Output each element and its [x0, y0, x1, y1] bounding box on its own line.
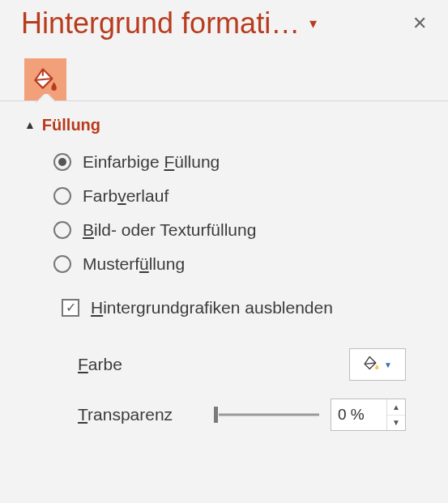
fill-options: Einfarbige Füllung Farbverlauf Bild- ode…: [24, 134, 427, 327]
spinner-buttons: ▲ ▼: [386, 399, 405, 430]
transparency-input[interactable]: [331, 399, 386, 430]
radio-label: Bild- oder Texturfüllung: [83, 220, 256, 240]
radio-solid-fill[interactable]: Einfarbige Füllung: [53, 152, 427, 172]
radio-icon: [53, 153, 71, 171]
radio-label: Einfarbige Füllung: [83, 152, 220, 172]
tab-separator: [0, 100, 448, 101]
transparency-slider[interactable]: [214, 407, 319, 423]
tab-notch: [36, 94, 55, 104]
color-label: Farbe: [78, 355, 122, 374]
radio-label: Farbverlauf: [83, 186, 169, 206]
checkbox-hide-background-graphics[interactable]: Hintergrundgrafiken ausblenden: [53, 292, 427, 324]
format-background-pane: Hintergrund formati… ▾ ✕ ▲ Fü: [0, 0, 448, 503]
collapse-arrow-icon: ▲: [24, 118, 36, 131]
fill-color-icon: [363, 354, 381, 376]
transparency-spinner: ▲ ▼: [331, 399, 406, 431]
pane-header: Hintergrund formati… ▾ ✕: [0, 6, 448, 50]
transparency-label: Transparenz: [78, 405, 173, 424]
pane-title: Hintergrund formati…: [21, 6, 300, 40]
radio-icon: [53, 255, 71, 273]
close-button[interactable]: ✕: [406, 10, 433, 37]
spinner-up-button[interactable]: ▲: [387, 399, 405, 416]
transparency-row: Transparenz ▲ ▼: [78, 399, 406, 431]
radio-gradient-fill[interactable]: Farbverlauf: [53, 186, 427, 206]
slider-thumb[interactable]: [214, 407, 218, 423]
fill-section-header[interactable]: ▲ Füllung: [24, 116, 427, 134]
radio-icon: [53, 221, 71, 239]
color-row: Farbe ▼: [78, 348, 406, 381]
radio-icon: [53, 187, 71, 205]
transparency-controls: ▲ ▼: [214, 399, 406, 431]
fill-controls: Farbe ▼ Transparenz: [24, 327, 427, 431]
highlight-box: Hintergrundgrafiken ausblenden: [49, 288, 432, 327]
pane-menu-dropdown[interactable]: ▾: [305, 10, 322, 37]
spinner-down-button[interactable]: ▼: [387, 416, 405, 431]
radio-label: Musterfüllung: [83, 254, 185, 274]
color-picker-button[interactable]: ▼: [349, 348, 406, 381]
radio-pattern-fill[interactable]: Musterfüllung: [53, 254, 427, 274]
paint-bucket-icon: [32, 66, 59, 93]
checkbox-label: Hintergrundgrafiken ausblenden: [91, 298, 333, 318]
chevron-down-icon: ▼: [384, 360, 392, 369]
title-wrap: Hintergrund formati… ▾: [21, 6, 322, 40]
radio-picture-texture-fill[interactable]: Bild- oder Texturfüllung: [53, 220, 427, 240]
fill-section: ▲ Füllung Einfarbige Füllung Farbverlauf…: [0, 101, 448, 431]
fill-section-title: Füllung: [42, 116, 100, 134]
checkbox-icon: [62, 299, 79, 317]
slider-track: [219, 414, 319, 416]
tab-strip: [0, 50, 448, 100]
